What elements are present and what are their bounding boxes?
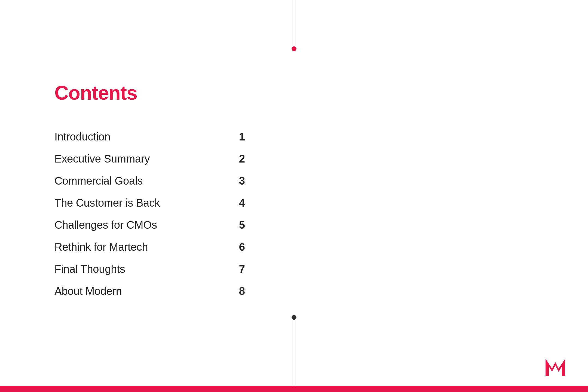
toc-item-label: The Customer is Back [54,197,160,209]
toc-item[interactable]: Executive Summary2 [54,148,245,170]
toc-item-label: Rethink for Martech [54,241,148,253]
toc-item[interactable]: Final Thoughts7 [54,258,245,280]
toc-item[interactable]: Rethink for Martech6 [54,236,245,258]
toc-item-number: 6 [239,241,245,253]
logo-container [544,356,566,378]
toc-item-label: About Modern [54,285,122,297]
toc-item-label: Final Thoughts [54,263,125,275]
toc-item[interactable]: About Modern8 [54,280,245,302]
toc-item-label: Introduction [54,131,110,143]
toc-item-label: Commercial Goals [54,175,143,187]
toc-item-number: 8 [239,285,245,297]
toc-list: Introduction1Executive Summary2Commercia… [54,126,245,302]
toc-item-number: 5 [239,219,245,231]
toc-item-number: 4 [239,197,245,209]
toc-item-label: Executive Summary [54,153,150,165]
vertical-line-bottom [294,318,294,392]
contents-title: Contents [54,82,245,104]
toc-item[interactable]: The Customer is Back4 [54,192,245,214]
toc-item-number: 3 [239,175,245,187]
toc-item-number: 2 [239,153,245,165]
page-container: Contents Introduction1Executive Summary2… [0,0,588,392]
vertical-line-top [294,0,294,46]
toc-item[interactable]: Introduction1 [54,126,245,148]
dot-top [292,46,296,51]
toc-item[interactable]: Commercial Goals3 [54,170,245,192]
toc-item-number: 7 [239,263,245,275]
bottom-bar [0,386,588,392]
toc-item[interactable]: Challenges for CMOs5 [54,214,245,236]
toc-item-number: 1 [239,131,245,143]
contents-section: Contents Introduction1Executive Summary2… [54,82,245,302]
brand-logo [544,356,566,377]
toc-item-label: Challenges for CMOs [54,219,157,231]
svg-marker-0 [546,359,565,376]
